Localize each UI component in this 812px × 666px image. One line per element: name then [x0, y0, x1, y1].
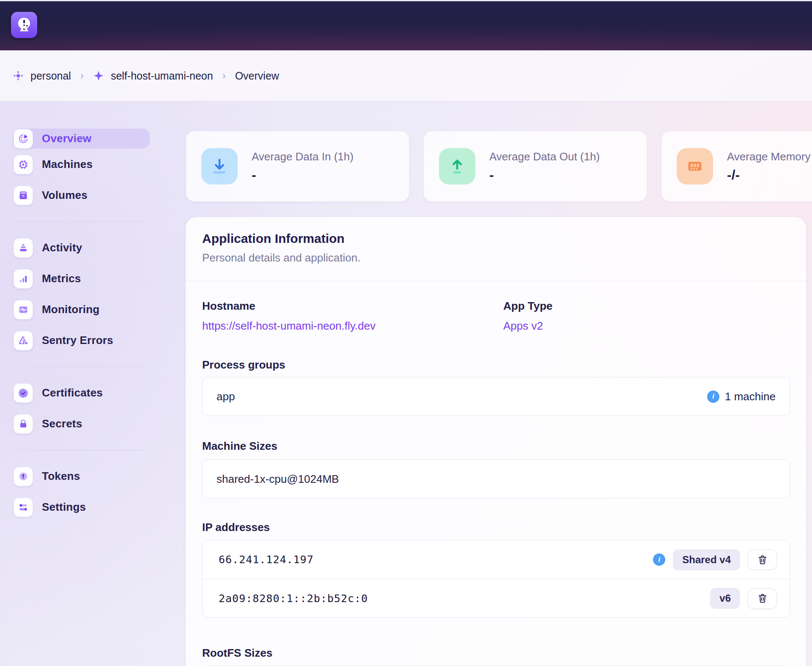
org-dots-icon: [13, 70, 24, 81]
panel-subtitle: Personal details and application.: [202, 251, 790, 264]
breadcrumb-page[interactable]: Overview: [235, 70, 279, 82]
sidebar-item-secrets[interactable]: Secrets: [14, 414, 149, 434]
stat-card-data-in: Average Data In (1h) -: [186, 131, 409, 201]
sidebar-item-label: Certificates: [42, 386, 103, 399]
application-information-panel: Application Information Personal details…: [186, 217, 806, 666]
panel-divider: [186, 281, 806, 281]
panel-title: Application Information: [202, 231, 790, 246]
sidebar-item-activity[interactable]: Activity: [14, 238, 149, 258]
sidebar-divider: [14, 366, 149, 367]
sidebar: Overview Machines Volumes: [14, 134, 149, 517]
chevron-right-icon: ›: [80, 70, 84, 82]
sidebar-item-settings[interactable]: Settings: [14, 497, 149, 517]
sidebar-item-label: Settings: [42, 501, 86, 514]
stat-card-memory: Average Memory -/-: [661, 131, 812, 201]
process-group-machines: 1 machine: [725, 390, 776, 403]
keyhole-icon: [14, 467, 33, 486]
chevron-right-icon: ›: [222, 70, 226, 82]
sidebar-item-label: Tokens: [42, 470, 80, 483]
ip-address-value: 66.241.124.197: [219, 553, 314, 566]
stat-card-data-out: Average Data Out (1h) -: [424, 131, 647, 201]
trash-icon: [757, 554, 768, 565]
download-arrow-icon: [201, 148, 238, 184]
sidebar-item-label: Metrics: [42, 272, 81, 285]
trash-icon: [757, 593, 768, 604]
stat-card-value: -: [252, 167, 354, 183]
rosette-check-icon: [14, 383, 33, 403]
breadcrumb-org-label: personal: [30, 70, 71, 82]
app-type-field: App Type Apps v2: [503, 300, 790, 333]
hostname-apptype-row: Hostname https://self-host-umami-neon.fl…: [202, 300, 790, 333]
breadcrumb: personal › self-host-umami-neon › Overvi…: [0, 50, 812, 102]
ip-type-badge: v6: [710, 588, 740, 609]
info-icon[interactable]: i: [653, 553, 665, 566]
sidebar-item-label: Monitoring: [42, 303, 99, 316]
sidebar-item-monitoring[interactable]: Monitoring: [14, 300, 149, 319]
ip-addresses-box: 66.241.124.197 i Shared v4 2a09:8280:1::…: [202, 540, 790, 618]
sidebar-item-label: Secrets: [42, 417, 82, 430]
sidebar-item-certificates[interactable]: Certificates: [14, 383, 149, 403]
stat-card-value: -/-: [727, 167, 811, 183]
upload-arrow-icon: [439, 148, 475, 184]
sidebar-item-label: Activity: [42, 241, 82, 254]
ip-row-v4: 66.241.124.197 i Shared v4: [203, 540, 790, 579]
app-header: [0, 1, 812, 50]
sidebar-item-volumes[interactable]: Volumes: [14, 185, 149, 205]
process-group-name: app: [217, 390, 235, 403]
balloon-icon: [15, 16, 33, 34]
breadcrumb-app-label: self-host-umami-neon: [111, 70, 213, 82]
machine-sizes-label: Machine Sizes: [202, 440, 790, 453]
process-group-row: app i 1 machine: [202, 377, 790, 416]
stat-card-title: Average Memory: [727, 150, 811, 163]
sidebar-item-tokens[interactable]: Tokens: [14, 466, 149, 486]
sidebar-item-sentry-errors[interactable]: Sentry Errors: [14, 330, 149, 350]
sidebar-item-label: Volumes: [42, 189, 88, 202]
rootfs-sizes-label: RootFS Sizes: [202, 647, 790, 660]
bar-chart-icon: [14, 269, 33, 289]
delete-ip-button[interactable]: [748, 549, 777, 570]
cpu-chip-icon: [14, 155, 33, 174]
hostname-link[interactable]: https://self-host-umami-neon.fly.dev: [202, 319, 503, 333]
machine-size-row: shared-1x-cpu@1024MB: [202, 460, 790, 498]
sidebar-divider: [14, 450, 149, 450]
app-type-link[interactable]: Apps v2: [503, 319, 790, 333]
toggles-icon: [14, 498, 33, 517]
breadcrumb-page-label: Overview: [235, 70, 279, 82]
hostname-label: Hostname: [202, 300, 503, 313]
sidebar-item-label: Sentry Errors: [42, 334, 113, 347]
app-type-label: App Type: [503, 300, 790, 313]
ip-address-value: 2a09:8280:1::2b:b52c:0: [219, 592, 368, 605]
info-icon[interactable]: i: [707, 391, 719, 403]
ip-addresses-label: IP addresses: [202, 521, 790, 534]
sidebar-divider: [14, 221, 149, 222]
stat-card-title: Average Data Out (1h): [489, 150, 600, 163]
process-groups-label: Process groups: [202, 358, 790, 372]
stat-card-value: -: [489, 167, 600, 183]
hostname-field: Hostname https://self-host-umami-neon.fl…: [202, 300, 503, 333]
sidebar-item-machines[interactable]: Machines: [14, 154, 149, 174]
storage-box-icon: [14, 186, 33, 205]
sentry-logo-icon: [14, 331, 33, 350]
machine-size-value: shared-1x-cpu@1024MB: [217, 473, 339, 486]
ip-row-v6: 2a09:8280:1::2b:b52c:0 v6: [203, 579, 790, 617]
sidebar-item-metrics[interactable]: Metrics: [14, 269, 149, 289]
padlock-icon: [14, 414, 33, 434]
pulse-monitor-icon: [14, 300, 33, 319]
breadcrumb-org[interactable]: personal: [13, 70, 71, 82]
sidebar-item-label: Overview: [42, 132, 91, 145]
sparkle-icon: [93, 70, 104, 81]
pie-chart-icon: [14, 129, 33, 149]
stat-card-title: Average Data In (1h): [252, 150, 354, 163]
cairn-stack-icon: [14, 238, 33, 258]
fly-logo[interactable]: [11, 12, 37, 38]
memory-chip-icon: [677, 148, 713, 184]
sidebar-item-overview[interactable]: Overview: [13, 129, 150, 149]
sidebar-item-label: Machines: [42, 158, 93, 171]
ip-type-badge: Shared v4: [673, 549, 740, 570]
delete-ip-button[interactable]: [748, 588, 777, 609]
breadcrumb-app[interactable]: self-host-umami-neon: [93, 70, 213, 82]
